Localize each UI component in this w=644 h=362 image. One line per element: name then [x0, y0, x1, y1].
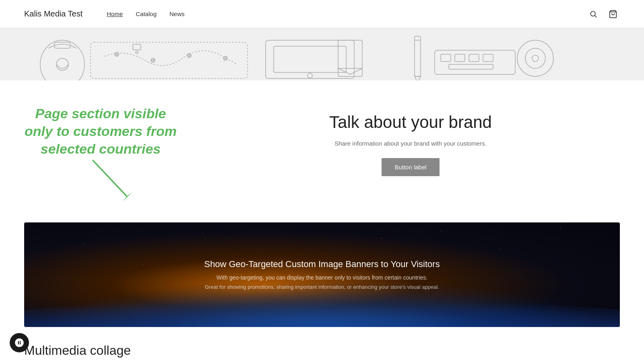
cart-icon — [609, 10, 617, 19]
svg-rect-26 — [449, 64, 493, 69]
header-icons — [587, 7, 620, 21]
svg-point-9 — [187, 53, 191, 58]
svg-point-15 — [308, 73, 312, 78]
sketches-banner — [0, 28, 644, 80]
geo-banner-title: Show Geo-Targeted Custom Image Banners t… — [204, 259, 440, 269]
nav-home[interactable]: Home — [107, 10, 123, 17]
arrow-container — [24, 158, 177, 206]
shopify-chat-icon — [14, 337, 25, 348]
brand-button[interactable]: Button label — [382, 158, 439, 176]
multimedia-section: Multimedia collage — [0, 327, 644, 362]
svg-rect-25 — [483, 54, 493, 62]
svg-point-10 — [223, 56, 227, 60]
main-nav: Home Catalog News — [107, 10, 587, 17]
site-brand[interactable]: Kalis Media Test — [24, 9, 83, 19]
svg-rect-12 — [133, 44, 141, 50]
brand-section: Talk about your brand Share information … — [201, 105, 620, 176]
annotation-text: Page section visible only to customers f… — [24, 105, 177, 158]
svg-point-7 — [115, 52, 119, 56]
svg-point-11 — [136, 51, 138, 53]
svg-line-30 — [93, 160, 127, 196]
svg-line-1 — [595, 15, 597, 17]
svg-point-27 — [517, 40, 553, 76]
geo-banner-description: Great for showing promotions, sharing im… — [205, 284, 439, 290]
svg-marker-17 — [338, 68, 362, 74]
svg-rect-23 — [455, 54, 465, 62]
svg-rect-22 — [441, 54, 451, 62]
svg-rect-4 — [54, 42, 70, 48]
svg-rect-16 — [338, 40, 362, 76]
brand-description: Share information about your brand with … — [334, 140, 487, 147]
svg-point-0 — [590, 11, 595, 16]
svg-point-3 — [40, 40, 85, 80]
svg-point-29 — [532, 55, 539, 62]
annotation-section: Page section visible only to customers f… — [24, 105, 177, 206]
shopify-chat-button[interactable] — [10, 333, 29, 352]
svg-marker-19 — [415, 76, 421, 80]
search-button[interactable] — [587, 8, 600, 21]
site-header: Kalis Media Test Home Catalog News — [0, 0, 644, 28]
annotation-arrow-icon — [89, 158, 137, 206]
svg-rect-6 — [91, 42, 248, 78]
multimedia-title: Multimedia collage — [24, 343, 620, 358]
svg-rect-14 — [274, 46, 346, 72]
brand-title: Talk about your brand — [329, 113, 492, 132]
svg-rect-18 — [415, 36, 421, 76]
svg-point-28 — [525, 48, 545, 68]
geo-banner: Show Geo-Targeted Custom Image Banners t… — [24, 222, 620, 327]
nav-news[interactable]: News — [169, 10, 185, 17]
svg-rect-24 — [469, 54, 479, 62]
nav-catalog[interactable]: Catalog — [136, 10, 157, 17]
geo-banner-subtitle: With geo-targeting, you can display the … — [217, 274, 427, 281]
main-content: Page section visible only to customers f… — [0, 80, 644, 222]
cart-button[interactable] — [606, 7, 620, 21]
svg-point-8 — [151, 58, 155, 62]
search-icon — [589, 10, 597, 18]
svg-rect-21 — [435, 50, 515, 74]
